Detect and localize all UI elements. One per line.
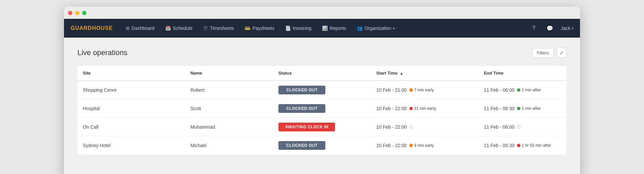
nav-item-timesheets[interactable]: ⏱ Timesheets	[198, 23, 239, 34]
chevron-down-icon: ▾	[393, 27, 395, 30]
cell-status: CLOCKED OUT	[273, 81, 371, 99]
start-time-badge: 21 min early	[409, 106, 436, 111]
help-icon: ?	[532, 25, 535, 31]
end-time-text: 11 Feb - 05:30	[484, 143, 514, 148]
help-button[interactable]: ?	[528, 23, 539, 34]
table-header-row: Site Name Status Start Time ▲	[77, 66, 567, 81]
schedule-icon: 📅	[165, 26, 171, 31]
end-time-text: 11 Feb - 06:30	[484, 106, 514, 111]
end-time-badge: 1 min after	[517, 106, 541, 111]
nav-item-paysheets[interactable]: 💳 Paysheets	[240, 23, 279, 34]
start-time-badge: 7 min early	[409, 88, 434, 92]
reports-icon: 📊	[322, 26, 328, 31]
nav-label-invoicing: Invoicing	[293, 26, 311, 31]
titlebar	[64, 7, 580, 19]
start-note: 21 min early	[414, 106, 436, 111]
maximize-button[interactable]	[82, 11, 86, 15]
start-note: 7 min early	[414, 88, 434, 92]
status-badge: CLOCKED OUT	[278, 141, 325, 150]
start-time-text: 10 Feb - 21:00	[376, 87, 407, 93]
cell-end-time: 11 Feb - 05:301 hr 50 min after	[478, 136, 567, 155]
cell-end-time: 11 Feb - 06:00	[478, 118, 567, 136]
cell-end-time: 11 Feb - 06:301 min after	[478, 99, 567, 118]
nav-item-reports[interactable]: 📊 Reports	[317, 23, 351, 34]
chat-icon: 💬	[546, 25, 553, 32]
user-name: Jack	[561, 26, 570, 31]
close-button[interactable]	[68, 11, 72, 15]
app-window: GUARDHOUSE ⊞ Dashboard 📅 Schedule ⏱ Time…	[64, 7, 580, 174]
end-note: 1 hr 50 min after	[522, 143, 551, 148]
minimize-button[interactable]	[75, 11, 79, 15]
cell-start-time: 10 Feb - 21:007 min early	[371, 81, 478, 99]
invoicing-icon: 📄	[285, 26, 291, 31]
end-time-badge	[517, 125, 520, 129]
col-header-status: Status	[273, 66, 371, 81]
table-body: Shopping CenreRobertCLOCKED OUT10 Feb - …	[77, 81, 567, 155]
dot-empty-icon	[517, 125, 520, 129]
nav-label-schedule: Schedule	[173, 26, 192, 31]
nav-label-dashboard: Dashboard	[132, 26, 155, 31]
status-badge: AWAITING CLOCK IN	[278, 123, 335, 131]
dot-orange-icon	[409, 144, 413, 147]
cell-start-time: 10 Feb - 22:009 min early	[371, 136, 478, 155]
end-time-text: 11 Feb - 06:00	[484, 124, 514, 130]
start-time-text: 10 Feb - 22:00	[376, 143, 407, 148]
navbar: GUARDHOUSE ⊞ Dashboard 📅 Schedule ⏱ Time…	[64, 19, 580, 38]
dot-green-icon	[517, 88, 520, 92]
page-header: Live operations Filters ⤢	[77, 48, 567, 58]
status-badge: CLOCKED OUT	[278, 104, 325, 113]
cell-site: Sydney Hotel	[77, 136, 185, 155]
status-badge: CLOCKED OUT	[278, 86, 325, 94]
end-note: 1 min after	[522, 88, 541, 92]
cell-start-time: 10 Feb - 22:00	[371, 118, 478, 136]
col-header-name: Name	[185, 66, 273, 81]
organization-icon: 👥	[357, 26, 363, 31]
nav-item-schedule[interactable]: 📅 Schedule	[160, 23, 197, 34]
table-header: Site Name Status Start Time ▲	[77, 66, 567, 81]
dot-red-icon	[409, 107, 413, 110]
operations-table: Site Name Status Start Time ▲	[77, 66, 567, 155]
nav-item-organization[interactable]: 👥 Organization ▾	[352, 23, 399, 34]
start-note: 9 min early	[414, 143, 434, 148]
end-time-text: 11 Feb - 06:00	[484, 87, 514, 93]
brand-logo: GUARDHOUSE	[71, 25, 113, 31]
cell-name: Scott	[185, 99, 273, 118]
user-menu[interactable]: Jack ▾	[561, 26, 573, 31]
dot-empty-icon	[409, 125, 413, 129]
nav-item-invoicing[interactable]: 📄 Invoicing	[280, 23, 316, 34]
chat-button[interactable]: 💬	[544, 23, 555, 34]
dot-red-icon	[517, 144, 520, 147]
cell-status: CLOCKED OUT	[273, 136, 371, 155]
nav-label-reports: Reports	[330, 26, 346, 31]
table-row: Sydney HotelMichaelCLOCKED OUT10 Feb - 2…	[77, 136, 567, 155]
nav-item-dashboard[interactable]: ⊞ Dashboard	[121, 23, 159, 34]
cell-name: Michael	[185, 136, 273, 155]
end-time-badge: 1 min after	[517, 88, 541, 92]
filters-button[interactable]: Filters	[532, 48, 554, 58]
expand-button[interactable]: ⤢	[557, 48, 567, 58]
start-time-badge: 9 min early	[409, 143, 434, 148]
cell-start-time: 10 Feb - 22:0021 min early	[371, 99, 478, 118]
nav-right: ? 💬 Jack ▾	[528, 23, 573, 34]
cell-site: On Call	[77, 118, 185, 136]
user-chevron-icon: ▾	[572, 27, 573, 30]
expand-icon: ⤢	[560, 50, 564, 55]
end-note: 1 min after	[522, 106, 541, 111]
cell-name: Robert	[185, 81, 273, 99]
cell-end-time: 11 Feb - 06:001 min after	[478, 81, 567, 99]
header-actions: Filters ⤢	[532, 48, 567, 58]
nav-label-organization: Organization	[365, 26, 391, 31]
dot-green-icon	[517, 107, 520, 110]
cell-status: AWAITING CLOCK IN	[273, 118, 371, 136]
cell-site: Shopping Cenre	[77, 81, 185, 99]
cell-status: CLOCKED OUT	[273, 99, 371, 118]
start-time-text: 10 Feb - 22:00	[376, 106, 407, 111]
table-row: HospitalScottCLOCKED OUT10 Feb - 22:0021…	[77, 99, 567, 118]
cell-name: Muhammad	[185, 118, 273, 136]
end-time-badge: 1 hr 50 min after	[517, 143, 551, 148]
operations-table-container: Site Name Status Start Time ▲	[77, 66, 567, 155]
dot-orange-icon	[409, 88, 413, 92]
col-header-start-time[interactable]: Start Time ▲	[371, 66, 478, 81]
page-title: Live operations	[77, 48, 127, 57]
nav-label-timesheets: Timesheets	[210, 26, 234, 31]
